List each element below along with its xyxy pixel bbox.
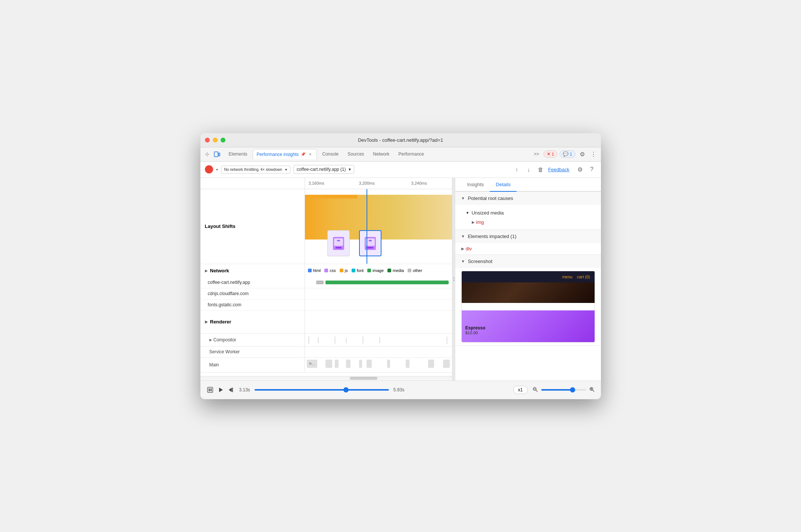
zoom-out-icon[interactable] [532,387,538,394]
network-legend: html css js [305,264,452,277]
settings-icon[interactable]: ⚙ [578,150,587,159]
time-slider[interactable] [255,389,389,391]
renderer-section: ▶ Renderer [200,311,452,334]
svg-rect-12 [211,388,212,391]
renderer-content [305,311,452,333]
root-causes-header[interactable]: ▼ Potential root causes [455,192,601,205]
url-dropdown[interactable]: coffee-cart.netlify.app (1) ▾ [293,165,355,174]
layout-shift-top-bar [305,195,357,198]
layout-shifts-section: Layout Shifts [200,189,452,264]
network-row-3-label: fonts.gstatic.com [200,300,305,310]
record-button[interactable] [205,165,213,173]
tab-performance[interactable]: Performance [395,149,428,159]
scrollbar-thumb[interactable] [350,377,377,380]
legend-font: font [352,268,364,273]
legend-other: other [408,268,422,273]
panel-divider[interactable] [452,178,455,381]
insights-tab[interactable]: Insights [461,178,490,192]
toolbar-help-icon[interactable]: ? [587,165,596,174]
svg-rect-7 [367,247,373,248]
tab-close-icon[interactable]: ✕ [308,152,313,157]
screenshot-white-space [462,303,595,310]
main-content: R... [305,358,452,373]
tab-elements[interactable]: Elements [225,149,251,159]
product-thumb-1[interactable] [327,230,350,256]
root-causes-arrow: ▼ [461,196,465,200]
timeline-header: 3,160ms 3,200ms 3,240ms 3,280ms [200,178,452,189]
time-slider-thumb[interactable] [343,387,349,392]
main-task-10 [443,360,450,368]
more-menu-icon[interactable]: ⋮ [589,150,598,159]
record-dropdown-arrow[interactable]: ▾ [216,168,218,172]
network-row-2: cdnjs.cloudflare.com [200,288,452,300]
tick-2 [318,337,318,343]
right-tabs: Insights Details [455,178,601,192]
root-causes-section: ▼ Potential root causes ▼ Unsized media … [455,192,601,230]
cart-link: cart (0) [577,275,590,279]
minimize-button[interactable] [213,138,218,143]
tab-console[interactable]: Console [318,149,342,159]
zoom-slider[interactable] [541,389,586,391]
elements-impacted-arrow: ▼ [461,234,465,238]
legend-css: css [324,268,336,273]
close-button[interactable] [205,138,210,143]
main-content: 3,160ms 3,200ms 3,240ms 3,280ms Layout S… [200,178,601,381]
unsized-media-header[interactable]: ▼ Unsized media [466,208,595,218]
zoom-in-icon[interactable] [589,387,595,394]
toolbar: ▾ No network throttling, 4× slowdown ▾ c… [200,162,601,178]
toolbar-settings-icon[interactable]: ⚙ [576,165,585,174]
timeline-cursor [367,189,367,264]
legend-js: js [340,268,348,273]
svg-rect-4 [336,247,342,248]
svg-rect-1 [219,153,220,156]
details-tab[interactable]: Details [490,178,517,192]
device-icon[interactable] [213,150,221,158]
feedback-button[interactable]: Feedback [548,167,569,172]
tab-network[interactable]: Network [369,149,393,159]
traffic-lights [205,138,225,143]
delete-icon[interactable]: 🗑 [536,165,545,174]
more-tabs-button[interactable]: >> [532,151,541,157]
svg-line-20 [592,390,594,392]
compositor-ticks [305,334,452,348]
div-link[interactable]: div [466,246,472,251]
throttle-dropdown[interactable]: No network throttling, 4× slowdown ▾ [221,166,290,173]
screenshot-preview-area: menu cart (0) Espresso $10.00 [455,268,601,345]
main-task-2 [325,360,332,368]
skip-to-start-button[interactable] [227,386,235,394]
product-thumb-2[interactable] [359,230,381,256]
main-label: Main [200,358,305,372]
right-panel: Insights Details ▼ Potential root causes… [455,178,601,381]
upload-icon[interactable]: ↑ [512,165,521,174]
cursor-icon[interactable]: ⊹ [203,150,211,158]
zoom-slider-thumb[interactable] [570,387,575,392]
screenshot-product-card: Espresso $10.00 [462,310,595,342]
tick-5 [363,337,363,344]
img-link[interactable]: img [476,219,484,225]
tab-right-icons: >> ✕ 1 💬 1 ⚙ ⋮ [532,150,598,159]
play-button[interactable] [217,386,224,394]
timeline-scrollbar[interactable] [200,376,452,381]
speed-control: x1 [513,386,528,394]
network-row-2-content [305,288,452,299]
time-start: 3.13s [239,387,250,392]
download-icon[interactable]: ↓ [524,165,533,174]
network-bar-gray [316,281,324,284]
tab-performance-insights[interactable]: Performance insights 📌 ✕ [253,149,317,159]
maximize-button[interactable] [221,138,225,143]
speed-button[interactable]: x1 [513,386,528,394]
error-badge[interactable]: ✕ 1 [543,150,557,158]
screenshot-arrow: ▼ [461,259,465,263]
tick-4 [346,338,346,343]
svg-rect-0 [214,152,218,157]
screenshot-header[interactable]: ▼ Screenshot [455,255,601,268]
layout-shifts-content[interactable] [305,189,452,264]
screenshot-toggle-icon[interactable] [206,386,214,394]
svg-rect-15 [232,388,233,392]
tab-sources[interactable]: Sources [344,149,368,159]
svg-rect-10 [208,387,213,392]
info-badge[interactable]: 💬 1 [560,150,575,158]
elements-impacted-header[interactable]: ▼ Elements impacted (1) [455,230,601,243]
svg-point-8 [453,278,454,279]
compositor-row: Compositor [200,334,452,347]
